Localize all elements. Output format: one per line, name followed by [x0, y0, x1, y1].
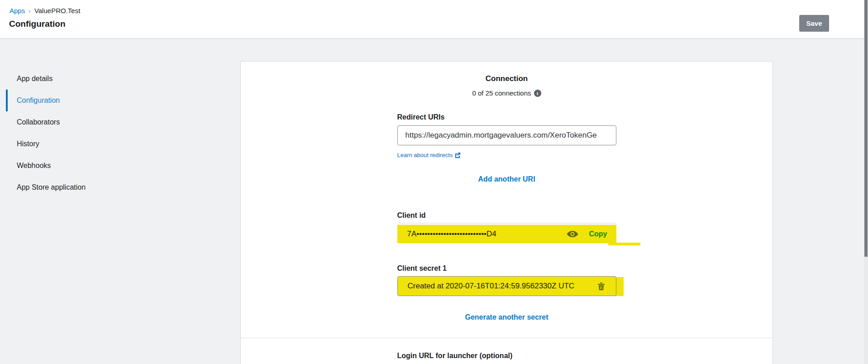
breadcrumb-apps-link[interactable]: Apps [10, 7, 25, 14]
connection-count-text: 0 of 25 connections [472, 89, 531, 97]
login-url-label: Login URL for launcher (optional) [397, 352, 616, 360]
sidebar-item-collaborators[interactable]: Collaborators [6, 111, 86, 133]
breadcrumb: Apps › ValuePRO.Test [10, 7, 80, 14]
client-id-row: 7A••••••••••••••••••••••••••D4 Copy [397, 222, 616, 243]
client-secret-box: Created at 2020-07-16T01:24:59.9562330Z … [397, 276, 616, 296]
eye-icon[interactable] [567, 230, 578, 238]
client-secret-created-text: Created at 2020-07-16T01:24:59.9562330Z … [408, 282, 597, 291]
save-button[interactable]: Save [799, 15, 829, 32]
highlight-tail [608, 243, 640, 245]
sidebar-item-app-store-application[interactable]: App Store application [6, 177, 86, 198]
trash-icon[interactable] [597, 282, 605, 291]
sidebar-item-configuration[interactable]: Configuration [6, 90, 86, 111]
info-icon[interactable]: i [534, 90, 541, 97]
client-id-label: Client id [397, 211, 616, 220]
page-scrollbar[interactable] [864, 0, 868, 364]
breadcrumb-separator-icon: › [29, 7, 31, 14]
sidebar-item-webhooks[interactable]: Webhooks [6, 155, 86, 177]
scrollbar-thumb[interactable] [864, 0, 868, 257]
connection-count: 0 of 25 connections i [397, 89, 616, 97]
redirect-uri-input[interactable] [397, 125, 616, 145]
section-divider [241, 338, 773, 338]
configuration-card: Connection 0 of 25 connections i Redirec… [240, 61, 773, 364]
connection-title: Connection [397, 74, 616, 83]
client-id-highlight: 7A••••••••••••••••••••••••••D4 Copy [397, 225, 616, 243]
sidebar-item-app-details[interactable]: App details [6, 68, 86, 90]
client-secret-label: Client secret 1 [397, 264, 616, 273]
client-id-masked-value: 7A••••••••••••••••••••••••••D4 [407, 230, 567, 239]
learn-about-redirects-link[interactable]: Learn about redirects [397, 152, 453, 158]
sidebar-item-history[interactable]: History [6, 133, 86, 155]
page-header: Apps › ValuePRO.Test Configuration Save [0, 0, 868, 39]
generate-another-secret-link[interactable]: Generate another secret [465, 313, 548, 321]
copy-client-id-button[interactable]: Copy [589, 230, 607, 238]
redirect-uris-label: Redirect URIs [397, 113, 616, 121]
client-secret-row: Created at 2020-07-16T01:24:59.9562330Z … [397, 276, 616, 296]
sidebar-nav: App details Configuration Collaborators … [6, 68, 86, 198]
breadcrumb-current: ValuePRO.Test [34, 7, 80, 14]
add-another-uri-link[interactable]: Add another URI [478, 175, 535, 183]
external-link-icon [455, 152, 461, 158]
page-title: Configuration [9, 19, 66, 29]
